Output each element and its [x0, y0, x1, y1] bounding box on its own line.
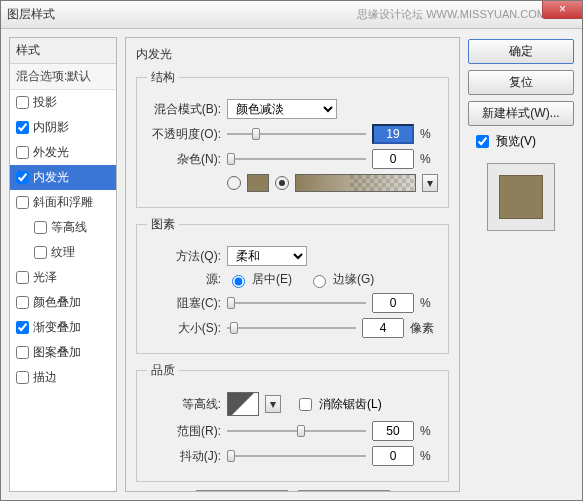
close-button[interactable]: × — [542, 1, 582, 19]
sidebar-item-checkbox[interactable] — [16, 96, 29, 109]
watermark-text: 思缘设计论坛 WWW.MISSYUAN.COM — [357, 7, 546, 22]
range-slider[interactable] — [227, 422, 366, 440]
sidebar-item[interactable]: 渐变叠加 — [10, 315, 116, 340]
structure-group: 结构 混合模式(B): 颜色减淡 不透明度(O): % 杂色(N): % — [136, 69, 449, 208]
cancel-button[interactable]: 复位 — [468, 70, 574, 95]
preview-box — [487, 163, 555, 231]
sidebar-item-checkbox[interactable] — [34, 246, 47, 259]
pct-label: % — [420, 449, 438, 463]
make-default-button[interactable]: 设置为默认值 — [195, 490, 289, 492]
structure-legend: 结构 — [147, 69, 179, 86]
jitter-label: 抖动(J): — [147, 448, 221, 465]
sidebar-item-label: 纹理 — [51, 244, 75, 261]
sidebar-item-label: 渐变叠加 — [33, 319, 81, 336]
sidebar-item-checkbox[interactable] — [34, 221, 47, 234]
choke-slider[interactable] — [227, 294, 366, 312]
sidebar-item[interactable]: 等高线 — [10, 215, 116, 240]
contour-label: 等高线: — [147, 396, 221, 413]
range-input[interactable] — [372, 421, 414, 441]
sidebar-item[interactable]: 内阴影 — [10, 115, 116, 140]
px-label: 像素 — [410, 320, 438, 337]
sidebar-item-checkbox[interactable] — [16, 121, 29, 134]
opacity-slider[interactable] — [227, 125, 366, 143]
sidebar-item[interactable]: 纹理 — [10, 240, 116, 265]
style-list-header: 样式 — [10, 38, 116, 64]
blend-mode-label: 混合模式(B): — [147, 101, 221, 118]
elements-legend: 图素 — [147, 216, 179, 233]
sidebar-item[interactable]: 颜色叠加 — [10, 290, 116, 315]
sidebar-item-label: 图案叠加 — [33, 344, 81, 361]
sidebar-item[interactable]: 图案叠加 — [10, 340, 116, 365]
sidebar-item-checkbox[interactable] — [16, 171, 29, 184]
size-slider[interactable] — [227, 319, 356, 337]
antialias-checkbox[interactable]: 消除锯齿(L) — [295, 395, 382, 414]
sidebar-item-label: 内阴影 — [33, 119, 69, 136]
noise-label: 杂色(N): — [147, 151, 221, 168]
jitter-input[interactable] — [372, 446, 414, 466]
panel-title: 内发光 — [136, 46, 449, 63]
pct-label: % — [420, 152, 438, 166]
ok-button[interactable]: 确定 — [468, 39, 574, 64]
quality-legend: 品质 — [147, 362, 179, 379]
sidebar-item[interactable]: 描边 — [10, 365, 116, 390]
size-label: 大小(S): — [147, 320, 221, 337]
sidebar-item[interactable]: 斜面和浮雕 — [10, 190, 116, 215]
sidebar-item-label: 描边 — [33, 369, 57, 386]
sidebar-item-checkbox[interactable] — [16, 346, 29, 359]
right-panel: 确定 复位 新建样式(W)... 预览(V) — [468, 37, 574, 492]
sidebar-item-label: 内发光 — [33, 169, 69, 186]
sidebar-item-checkbox[interactable] — [16, 146, 29, 159]
sidebar-item[interactable]: 内发光 — [10, 165, 116, 190]
noise-slider[interactable] — [227, 150, 366, 168]
style-list: 样式 混合选项:默认 投影内阴影外发光内发光斜面和浮雕等高线纹理光泽颜色叠加渐变… — [9, 37, 117, 492]
quality-group: 品质 等高线: ▾ 消除锯齿(L) 范围(R): % 抖动(J): — [136, 362, 449, 482]
sidebar-item[interactable]: 外发光 — [10, 140, 116, 165]
choke-input[interactable] — [372, 293, 414, 313]
noise-input[interactable] — [372, 149, 414, 169]
size-input[interactable] — [362, 318, 404, 338]
source-edge-radio[interactable]: 边缘(G) — [308, 271, 374, 288]
sidebar-item-label: 光泽 — [33, 269, 57, 286]
sidebar-item-label: 斜面和浮雕 — [33, 194, 93, 211]
sidebar-item-checkbox[interactable] — [16, 271, 29, 284]
sidebar-item-checkbox[interactable] — [16, 296, 29, 309]
gradient-dropdown-icon[interactable]: ▾ — [422, 174, 438, 192]
preview-swatch — [499, 175, 543, 219]
pct-label: % — [420, 296, 438, 310]
preview-checkbox[interactable]: 预览(V) — [468, 132, 574, 151]
window-title: 图层样式 — [7, 6, 55, 23]
sidebar-item-checkbox[interactable] — [16, 321, 29, 334]
gradient-radio[interactable] — [275, 176, 289, 190]
jitter-slider[interactable] — [227, 447, 366, 465]
contour-dropdown-icon[interactable]: ▾ — [265, 395, 281, 413]
blend-mode-select[interactable]: 颜色减淡 — [227, 99, 337, 119]
method-select[interactable]: 柔和 — [227, 246, 307, 266]
blend-options-row[interactable]: 混合选项:默认 — [10, 64, 116, 90]
gradient-picker[interactable] — [295, 174, 416, 192]
range-label: 范围(R): — [147, 423, 221, 440]
titlebar: 图层样式 思缘设计论坛 WWW.MISSYUAN.COM × — [1, 1, 582, 29]
source-center-radio[interactable]: 居中(E) — [227, 271, 292, 288]
sidebar-item-label: 外发光 — [33, 144, 69, 161]
sidebar-item-label: 颜色叠加 — [33, 294, 81, 311]
method-label: 方法(Q): — [147, 248, 221, 265]
sidebar-item-label: 投影 — [33, 94, 57, 111]
sidebar-item-checkbox[interactable] — [16, 196, 29, 209]
opacity-label: 不透明度(O): — [147, 126, 221, 143]
center-panel: 内发光 结构 混合模式(B): 颜色减淡 不透明度(O): % 杂色(N): — [125, 37, 460, 492]
glow-color-swatch[interactable] — [247, 174, 269, 192]
sidebar-item-label: 等高线 — [51, 219, 87, 236]
pct-label: % — [420, 127, 438, 141]
sidebar-item-checkbox[interactable] — [16, 371, 29, 384]
new-style-button[interactable]: 新建样式(W)... — [468, 101, 574, 126]
sidebar-item[interactable]: 投影 — [10, 90, 116, 115]
elements-group: 图素 方法(Q): 柔和 源: 居中(E) 边缘(G) 阻塞(C): % — [136, 216, 449, 354]
pct-label: % — [420, 424, 438, 438]
opacity-input[interactable] — [372, 124, 414, 144]
contour-picker[interactable] — [227, 392, 259, 416]
choke-label: 阻塞(C): — [147, 295, 221, 312]
sidebar-item[interactable]: 光泽 — [10, 265, 116, 290]
color-radio[interactable] — [227, 176, 241, 190]
layer-style-dialog: 图层样式 思缘设计论坛 WWW.MISSYUAN.COM × 样式 混合选项:默… — [0, 0, 583, 501]
reset-default-button[interactable]: 复位为默认值 — [297, 490, 391, 492]
